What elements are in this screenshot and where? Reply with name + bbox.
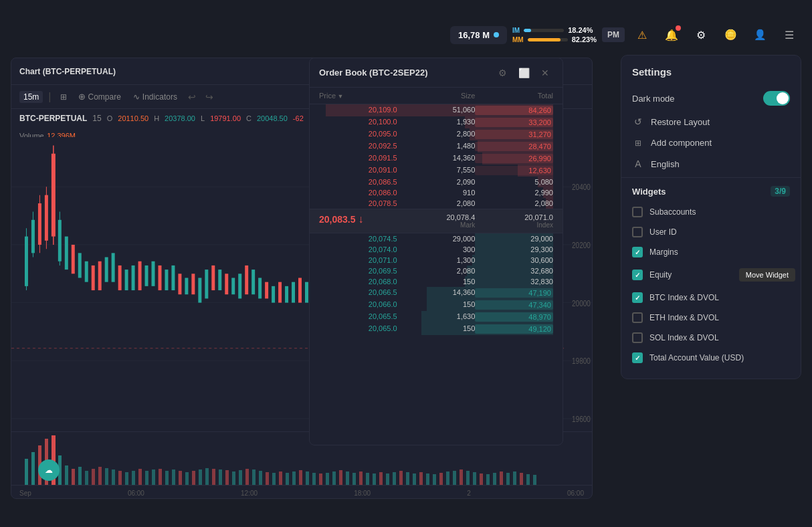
ob-sell-row-2: 20,100.0 1,930 33,200	[310, 116, 563, 128]
dark-mode-label: Dark mode	[632, 94, 675, 104]
ob-index-val: 20,071.0	[475, 213, 553, 221]
buy-size-2: 300	[397, 245, 476, 253]
svg-text:19600: 19600	[572, 415, 591, 423]
widget-btc-dvol-left: BTC Index & DVOL	[632, 292, 719, 303]
chg-val: -62	[293, 114, 304, 122]
sell-size-3: 2,800	[397, 130, 476, 139]
svg-rect-107	[112, 469, 115, 485]
svg-rect-119	[192, 471, 195, 485]
svg-rect-109	[125, 472, 128, 485]
widget-total-account[interactable]: Total Account Value (USD)	[621, 348, 801, 368]
checkbox-subaccounts[interactable]	[632, 207, 643, 217]
svg-rect-128	[252, 469, 256, 485]
svg-rect-170	[533, 475, 536, 485]
buy-total-8: 48,970	[475, 312, 553, 322]
ob-settings-icon[interactable]: ⚙	[494, 65, 510, 81]
restore-layout-row[interactable]: ↺ Restore Layout	[621, 111, 801, 132]
svg-rect-111	[138, 469, 142, 485]
svg-rect-141	[339, 470, 342, 485]
ob-buy-row-8: 20,065.5 1,630 48,970	[310, 311, 563, 323]
add-component-row[interactable]: ⊞ Add component	[621, 132, 801, 153]
redo-btn[interactable]: ↪	[203, 90, 216, 104]
ob-expand-icon[interactable]: ⬜	[516, 65, 532, 81]
restore-layout-text: Restore Layout	[651, 117, 710, 127]
l-label: L	[201, 114, 205, 122]
svg-rect-22	[92, 266, 95, 290]
ob-buy-row-3: 20,071.0 1,300 30,600	[310, 255, 563, 266]
buy-size-1: 29,000	[397, 235, 476, 243]
svg-rect-137	[312, 473, 316, 485]
checkbox-margins[interactable]	[632, 247, 643, 257]
buy-total-2: 29,300	[475, 245, 553, 253]
time-label-0600-1: 06:00	[128, 490, 144, 497]
widget-equity[interactable]: Equity ⊹ Move Widget	[621, 262, 801, 288]
svg-rect-158	[453, 471, 456, 485]
bell-icon-btn[interactable]: 🔔	[659, 23, 684, 47]
svg-rect-144	[359, 471, 363, 485]
checkbox-total-account[interactable]	[632, 352, 643, 363]
svg-rect-94	[25, 459, 28, 485]
warning-icon-btn[interactable]: ⚠	[630, 23, 654, 47]
svg-text:20000: 20000	[572, 299, 591, 308]
bell-badge	[676, 25, 681, 31]
language-row[interactable]: A English	[621, 153, 801, 175]
indicators-btn[interactable]: ∿ Indicators	[129, 91, 181, 103]
checkbox-sol-dvol[interactable]	[632, 332, 643, 343]
balance-dot	[494, 32, 499, 37]
svg-rect-161	[473, 472, 476, 485]
svg-rect-20	[78, 253, 82, 278]
o-label: O	[107, 114, 113, 122]
dark-mode-toggle[interactable]	[763, 91, 790, 106]
widget-btc-dvol[interactable]: BTC Index & DVOL	[621, 288, 801, 308]
time-label-1800: 18:00	[354, 490, 371, 497]
widget-subaccounts[interactable]: Subaccounts	[621, 202, 801, 222]
dark-mode-row[interactable]: Dark mode	[621, 86, 801, 111]
checkbox-eth-dvol[interactable]	[632, 312, 643, 323]
svg-rect-151	[406, 472, 409, 485]
ob-close-icon[interactable]: ✕	[537, 65, 553, 81]
svg-rect-116	[172, 469, 175, 485]
widget-margins[interactable]: Margins	[621, 242, 801, 262]
sell-size-9: 2,080	[397, 199, 476, 207]
time-label-2: 2	[467, 490, 471, 497]
svg-rect-47	[258, 278, 262, 298]
svg-rect-129	[259, 471, 262, 485]
sell-size-1: 51,060	[397, 106, 476, 115]
svg-rect-118	[185, 472, 189, 485]
svg-rect-19	[72, 245, 75, 274]
ob-buy-row-9: 20,065.0 150 49,120	[310, 323, 563, 335]
widget-userid[interactable]: User ID	[621, 222, 801, 242]
svg-rect-166	[506, 473, 510, 485]
pm-badge: PM	[602, 27, 625, 42]
svg-rect-145	[366, 473, 369, 485]
menu-icon-btn[interactable]: ☰	[777, 23, 801, 47]
compare-btn[interactable]: ⊕ Compare	[74, 90, 125, 103]
svg-rect-108	[118, 471, 122, 485]
svg-rect-155	[433, 474, 436, 485]
move-widget-icon[interactable]: ⊹	[774, 267, 790, 283]
chart-type-icon[interactable]: ⊞	[57, 90, 70, 104]
top-nav: 16,78 M IM 18.24% MM 82.23% PM ⚠ 🔔 ⚙ 🪙 �	[0, 19, 812, 51]
toolbar-sep1: |	[48, 91, 51, 103]
sell-price-2: 20,100.0	[319, 118, 397, 127]
user-icon-btn[interactable]: 👤	[748, 23, 772, 47]
svg-rect-36	[185, 278, 188, 294]
wallet-icon-btn[interactable]: 🪙	[718, 23, 742, 47]
chart-overlay-cloud-icon[interactable]: ☁	[38, 459, 60, 481]
ob-sell-rows: 20,109.0 51,060 84,260 20,100.0 1,930 33…	[310, 104, 563, 209]
svg-rect-156	[439, 473, 443, 485]
gear-icon-btn[interactable]: ⚙	[689, 23, 713, 47]
timeframe-15m[interactable]: 15m	[19, 91, 43, 103]
checkbox-userid[interactable]	[632, 227, 643, 237]
checkbox-equity[interactable]	[632, 270, 643, 280]
buy-total-5: 32,830	[475, 278, 553, 286]
widget-margins-left: Margins	[632, 247, 678, 257]
svg-rect-133	[286, 473, 289, 485]
widget-eth-dvol[interactable]: ETH Index & DVOL	[621, 308, 801, 328]
svg-rect-115	[165, 471, 169, 485]
buy-total-9: 49,120	[475, 324, 553, 334]
undo-btn[interactable]: ↩	[185, 90, 199, 104]
checkbox-btc-dvol[interactable]	[632, 292, 643, 303]
svg-rect-122	[212, 469, 215, 485]
widget-sol-dvol[interactable]: SOL Index & DVOL	[621, 328, 801, 348]
